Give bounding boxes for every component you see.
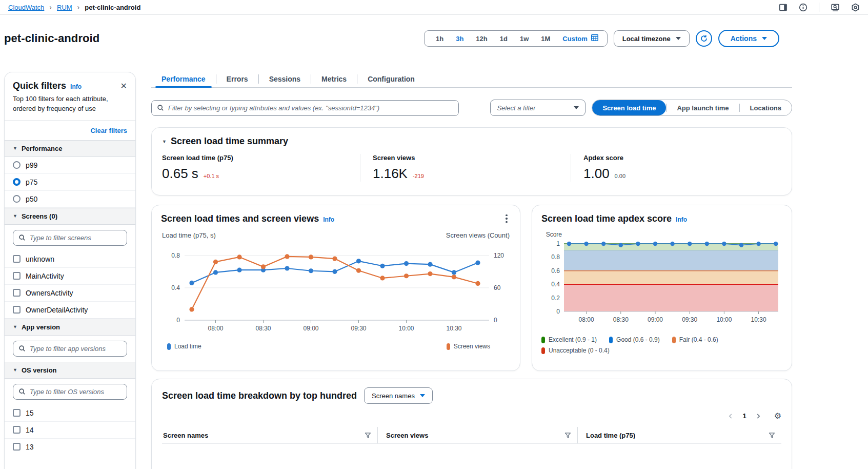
topbar-divider bbox=[819, 3, 819, 12]
svg-text:10:00: 10:00 bbox=[716, 316, 732, 323]
tab-label: Configuration bbox=[368, 75, 415, 83]
screens-search-box bbox=[13, 230, 127, 246]
svg-text:0.8: 0.8 bbox=[171, 252, 180, 259]
time-range-3h[interactable]: 3h bbox=[450, 35, 470, 43]
time-range-12h[interactable]: 12h bbox=[470, 35, 493, 43]
checkbox-label: OwnersActivity bbox=[26, 289, 73, 297]
legend-screen-views[interactable]: Screen views bbox=[447, 343, 490, 350]
actions-button[interactable]: Actions bbox=[718, 30, 779, 47]
section-screens[interactable]: ▼ Screens (0) bbox=[5, 208, 135, 225]
legend-good[interactable]: Good (0.6 - 0.9) bbox=[609, 336, 660, 343]
section-performance-label: Performance bbox=[22, 145, 62, 152]
close-icon[interactable]: ✕ bbox=[120, 82, 127, 90]
breadcrumb-rum[interactable]: RUM bbox=[57, 4, 72, 11]
checkbox-os-13[interactable]: 13 bbox=[5, 439, 135, 455]
cloudwatch-investigations-icon[interactable] bbox=[831, 3, 840, 12]
section-app-version[interactable]: ▼ App version bbox=[5, 319, 135, 336]
tab-label: Sessions bbox=[269, 75, 300, 83]
app-version-search-wrap bbox=[5, 336, 135, 362]
tab-metrics[interactable]: Metrics bbox=[311, 71, 357, 87]
split-panel-icon[interactable] bbox=[779, 3, 788, 12]
quick-filters-info-link[interactable]: Info bbox=[70, 83, 82, 90]
screens-filter-input[interactable] bbox=[30, 234, 122, 242]
main-content: Performance Errors Sessions Metrics Conf… bbox=[151, 71, 792, 469]
tab-configuration[interactable]: Configuration bbox=[357, 71, 425, 87]
section-screens-label: Screens (0) bbox=[22, 212, 57, 220]
checkbox-mainactivity[interactable]: MainActivity bbox=[5, 268, 135, 285]
time-range-1w[interactable]: 1w bbox=[514, 35, 535, 43]
time-range-1M[interactable]: 1M bbox=[535, 35, 556, 43]
section-performance[interactable]: ▼ Performance bbox=[5, 140, 135, 157]
breakdown-panel: Screen load time breakdown by top hundre… bbox=[151, 379, 792, 469]
legend-fair[interactable]: Fair (0.4 - 0.6) bbox=[672, 336, 718, 343]
tab-bar: Performance Errors Sessions Metrics Conf… bbox=[151, 71, 792, 88]
radio-p99[interactable]: p99 bbox=[5, 157, 135, 174]
select-a-filter-dropdown[interactable]: Select a filter bbox=[490, 100, 586, 116]
legend-load-time[interactable]: Load time bbox=[167, 343, 201, 350]
checkbox-os-15[interactable]: 15 bbox=[5, 405, 135, 422]
time-range-1d[interactable]: 1d bbox=[494, 35, 514, 43]
summary-title-row[interactable]: ▼ Screen load time summary bbox=[162, 136, 781, 147]
table-settings-gear-icon[interactable]: ⚙ bbox=[774, 411, 781, 421]
filter-funnel-icon[interactable] bbox=[564, 432, 571, 439]
page-number[interactable]: 1 bbox=[741, 412, 747, 420]
tab-sessions[interactable]: Sessions bbox=[259, 71, 311, 87]
load-times-chart[interactable]: 0.81200.4600008:0008:3009:0009:3010:0010… bbox=[161, 239, 512, 337]
os-version-filter-input[interactable] bbox=[30, 388, 122, 396]
column-load-time: Load time (p75) bbox=[577, 427, 781, 443]
radio-icon bbox=[13, 161, 21, 169]
app-version-search-box bbox=[13, 341, 127, 357]
page-title: pet-clinic-android bbox=[4, 32, 99, 45]
radio-p50[interactable]: p50 bbox=[5, 191, 135, 208]
chart2-legend: Excellent (0.9 - 1) Good (0.6 - 0.9) Fai… bbox=[541, 336, 782, 354]
clear-filters-link[interactable]: Clear filters bbox=[90, 127, 127, 134]
chart1-info-link[interactable]: Info bbox=[323, 216, 334, 223]
filter-funnel-icon[interactable] bbox=[769, 432, 775, 439]
tab-label: Performance bbox=[162, 75, 206, 83]
checkbox-ownersactivity[interactable]: OwnersActivity bbox=[5, 285, 135, 302]
breadcrumb-current: pet-clinic-android bbox=[85, 4, 140, 11]
checkbox-ownerdetailactivity[interactable]: OwnerDetailActivity bbox=[5, 302, 135, 319]
app-version-filter-input[interactable] bbox=[30, 345, 122, 353]
checkbox-icon bbox=[13, 409, 21, 417]
filter-funnel-icon[interactable] bbox=[365, 432, 371, 439]
toggle-screen-load-time[interactable]: Screen load time bbox=[592, 100, 666, 115]
checkbox-os-14[interactable]: 14 bbox=[5, 422, 135, 439]
actions-label: Actions bbox=[731, 34, 757, 43]
chart2-info-link[interactable]: Info bbox=[676, 216, 687, 223]
page-previous-icon[interactable] bbox=[727, 413, 734, 420]
legend-marker-red bbox=[541, 347, 545, 354]
collapse-caret-icon: ▼ bbox=[13, 146, 17, 151]
svg-text:Score: Score bbox=[546, 231, 562, 238]
attribute-filter-box bbox=[151, 100, 459, 116]
svg-text:1: 1 bbox=[556, 240, 560, 247]
time-range-1h[interactable]: 1h bbox=[430, 35, 450, 43]
attribute-filter-input[interactable] bbox=[168, 104, 453, 112]
section-os-version[interactable]: ▼ OS version bbox=[5, 362, 135, 379]
svg-text:08:00: 08:00 bbox=[208, 325, 223, 332]
refresh-button[interactable] bbox=[696, 30, 712, 47]
page-next-icon[interactable] bbox=[755, 413, 762, 420]
svg-text:0: 0 bbox=[176, 317, 180, 324]
kebab-menu-icon[interactable] bbox=[501, 212, 512, 225]
toggle-locations[interactable]: Locations bbox=[740, 100, 792, 115]
tab-label: Metrics bbox=[321, 75, 347, 83]
breadcrumb-cloudwatch[interactable]: CloudWatch bbox=[8, 4, 44, 11]
checkbox-unknown[interactable]: unknown bbox=[5, 251, 135, 268]
apdex-chart[interactable]: 10.80.60.40.20Score08:0008:3009:0009:301… bbox=[541, 229, 783, 330]
legend-excellent[interactable]: Excellent (0.9 - 1) bbox=[541, 336, 597, 343]
legend-unacceptable[interactable]: Unacceptable (0 - 0.4) bbox=[541, 347, 610, 354]
timezone-select[interactable]: Local timezone bbox=[614, 30, 690, 47]
radio-p75[interactable]: p75 bbox=[5, 174, 135, 191]
svg-text:09:30: 09:30 bbox=[682, 316, 697, 323]
tab-errors[interactable]: Errors bbox=[216, 71, 258, 87]
toggle-app-launch-time[interactable]: App launch time bbox=[667, 100, 739, 115]
tab-performance[interactable]: Performance bbox=[151, 71, 216, 87]
calendar-icon[interactable] bbox=[591, 33, 599, 44]
legend-label: Good (0.6 - 0.9) bbox=[616, 336, 660, 343]
info-icon[interactable] bbox=[799, 3, 808, 12]
right-axis-label: Screen views (Count) bbox=[446, 231, 510, 239]
amazon-q-icon[interactable] bbox=[851, 3, 860, 12]
group-by-dropdown[interactable]: Screen names bbox=[364, 387, 433, 404]
time-range-custom[interactable]: Custom bbox=[556, 35, 590, 43]
